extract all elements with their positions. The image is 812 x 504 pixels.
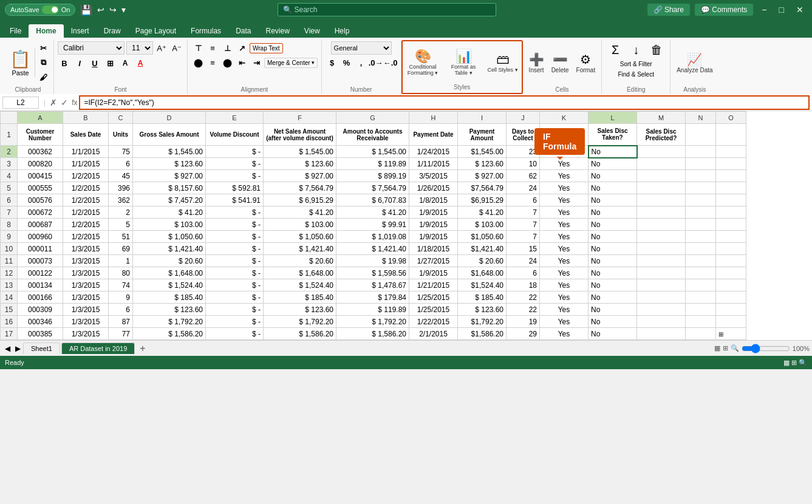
cell-r8-c1[interactable]: 1/2/2015 bbox=[63, 219, 109, 231]
cell-r17-c12[interactable] bbox=[637, 328, 686, 340]
cell-r14-c11[interactable]: No bbox=[589, 291, 637, 304]
cell-r8-c4[interactable]: $ - bbox=[206, 219, 264, 231]
font-size-select[interactable]: 11 bbox=[126, 41, 153, 55]
cell-r17-c1[interactable]: 1/3/2015 bbox=[63, 328, 109, 340]
increase-font-button[interactable]: A⁺ bbox=[155, 41, 168, 55]
cell-r10-c9[interactable]: 15 bbox=[507, 243, 540, 255]
cell-r14-c7[interactable]: 1/25/2015 bbox=[409, 291, 458, 304]
cell-r14-c5[interactable]: $ 185.40 bbox=[264, 291, 336, 304]
cell-r17-c4[interactable]: $ - bbox=[206, 328, 264, 340]
hdr-accounts-receivable[interactable]: Amount to Accounts Receivable bbox=[336, 124, 409, 146]
cell-r9-c3[interactable]: $ 1,050.60 bbox=[133, 231, 206, 243]
cell-r15-c11[interactable]: No bbox=[589, 304, 637, 316]
cell-r2-c10[interactable]: Yes bbox=[540, 146, 589, 158]
cell-r4-c0[interactable]: 000415 bbox=[18, 170, 63, 182]
cell-r8-c7[interactable]: 1/9/2015 bbox=[409, 219, 458, 231]
sort-filter-button[interactable]: Sort & Filter bbox=[618, 60, 655, 69]
formula-text[interactable]: =IF(I2=F2,"No","Yes") bbox=[84, 98, 154, 107]
cell-r8-c3[interactable]: $ 103.00 bbox=[133, 219, 206, 231]
cell-r5-c8[interactable]: $7,564.79 bbox=[458, 182, 507, 194]
clear-button[interactable]: 🗑 bbox=[647, 41, 666, 58]
cell-r7-c11[interactable]: No bbox=[589, 206, 637, 219]
format-table-button[interactable]: 📊 Format as Table ▾ bbox=[445, 47, 483, 78]
cell-r2-c0[interactable]: 000362 bbox=[18, 146, 63, 158]
cell-r13-c2[interactable]: 74 bbox=[109, 279, 133, 291]
cell-r5-c7[interactable]: 1/26/2015 bbox=[409, 182, 458, 194]
cell-r3-c4[interactable]: $ - bbox=[206, 158, 264, 170]
cell-r8-c2[interactable]: 5 bbox=[109, 219, 133, 231]
minimize-button[interactable]: − bbox=[758, 5, 770, 15]
cell-r2-c5[interactable]: $ 1,545.00 bbox=[264, 146, 336, 158]
cell-r16-c2[interactable]: 87 bbox=[109, 316, 133, 328]
hdr-gross-sales[interactable]: Gross Sales Amount bbox=[133, 124, 206, 146]
cell-r3-c3[interactable]: $ 123.60 bbox=[133, 158, 206, 170]
cell-r11-c6[interactable]: $ 19.98 bbox=[336, 255, 409, 267]
tab-view[interactable]: View bbox=[297, 24, 327, 38]
cell-extra-16-1[interactable] bbox=[716, 316, 746, 328]
cell-r15-c0[interactable]: 000309 bbox=[18, 304, 63, 316]
cell-r8-c12[interactable] bbox=[637, 219, 686, 231]
cell-extra-3-1[interactable] bbox=[716, 158, 746, 170]
cell-r3-c8[interactable]: $ 123.60 bbox=[458, 158, 507, 170]
cell-extra-15-0[interactable] bbox=[686, 304, 716, 316]
cell-r5-c11[interactable]: No bbox=[589, 182, 637, 194]
save-icon[interactable]: 💾 bbox=[80, 4, 92, 16]
cell-r7-c12[interactable] bbox=[637, 206, 686, 219]
cell-r3-c2[interactable]: 6 bbox=[109, 158, 133, 170]
cell-r16-c3[interactable]: $ 1,792.20 bbox=[133, 316, 206, 328]
cell-extra-6-0[interactable] bbox=[686, 194, 716, 206]
cell-extra-6-1[interactable] bbox=[716, 194, 746, 206]
cell-r3-c10[interactable]: Yes bbox=[540, 158, 589, 170]
cell-r5-c0[interactable]: 000555 bbox=[18, 182, 63, 194]
cell-r3-c5[interactable]: $ 123.60 bbox=[264, 158, 336, 170]
cell-r13-c11[interactable]: No bbox=[589, 279, 637, 291]
cell-r14-c9[interactable]: 22 bbox=[507, 291, 540, 304]
cell-r17-c10[interactable]: Yes bbox=[540, 328, 589, 340]
cell-r9-c11[interactable]: No bbox=[589, 231, 637, 243]
maximize-button[interactable]: □ bbox=[776, 5, 788, 15]
sheet-tab-sheet1[interactable]: Sheet1 bbox=[23, 342, 60, 354]
underline-button[interactable]: U bbox=[88, 56, 101, 70]
cell-r13-c6[interactable]: $ 1,478.67 bbox=[336, 279, 409, 291]
cell-r9-c9[interactable]: 7 bbox=[507, 231, 540, 243]
cell-r12-c10[interactable]: Yes bbox=[540, 267, 589, 279]
hdr-net-sales[interactable]: Net Sales Amount (after volume discount) bbox=[264, 124, 336, 146]
cell-r12-c4[interactable]: $ - bbox=[206, 267, 264, 279]
cell-extra-16-0[interactable] bbox=[686, 316, 716, 328]
cell-r7-c10[interactable]: Yes bbox=[540, 206, 589, 219]
share-button[interactable]: 🔗 Share bbox=[647, 4, 690, 16]
cell-r6-c10[interactable]: Yes bbox=[540, 194, 589, 206]
decrease-font-button[interactable]: A⁻ bbox=[170, 41, 183, 55]
cell-r15-c4[interactable]: $ - bbox=[206, 304, 264, 316]
cell-r13-c1[interactable]: 1/3/2015 bbox=[63, 279, 109, 291]
cell-r6-c2[interactable]: 362 bbox=[109, 194, 133, 206]
font-color-button[interactable]: A bbox=[134, 56, 147, 70]
cell-extra-8-0[interactable] bbox=[686, 219, 716, 231]
cell-extra-5-1[interactable] bbox=[716, 182, 746, 194]
cell-r17-c6[interactable]: $ 1,586.20 bbox=[336, 328, 409, 340]
cell-extra-2-0[interactable] bbox=[686, 146, 716, 158]
tab-page-layout[interactable]: Page Layout bbox=[128, 24, 183, 38]
cell-r13-c9[interactable]: 18 bbox=[507, 279, 540, 291]
cell-r9-c12[interactable] bbox=[637, 231, 686, 243]
cell-r3-c12[interactable] bbox=[637, 158, 686, 170]
search-box[interactable]: 🔍 bbox=[278, 3, 496, 16]
cell-r14-c6[interactable]: $ 179.84 bbox=[336, 291, 409, 304]
cell-extra-10-1[interactable] bbox=[716, 243, 746, 255]
format-painter-button[interactable]: 🖌 bbox=[36, 70, 50, 84]
cell-r7-c0[interactable]: 000672 bbox=[18, 206, 63, 219]
comments-button[interactable]: 💬 Comments bbox=[695, 4, 753, 16]
hdr-sales-date[interactable]: Sales Date bbox=[63, 124, 109, 146]
cell-r8-c0[interactable]: 000687 bbox=[18, 219, 63, 231]
cell-r10-c4[interactable]: $ - bbox=[206, 243, 264, 255]
cell-r6-c11[interactable]: No bbox=[589, 194, 637, 206]
cell-extra-4-1[interactable] bbox=[716, 170, 746, 182]
redo-icon[interactable]: ↪ bbox=[109, 5, 117, 15]
cell-r14-c0[interactable]: 000166 bbox=[18, 291, 63, 304]
cell-r2-c12[interactable] bbox=[637, 146, 686, 158]
border-button[interactable]: ⊞ bbox=[103, 56, 117, 70]
cell-r15-c12[interactable] bbox=[637, 304, 686, 316]
cell-r8-c9[interactable]: 7 bbox=[507, 219, 540, 231]
delete-button[interactable]: ➖ Delete bbox=[549, 51, 571, 75]
cell-r12-c9[interactable]: 6 bbox=[507, 267, 540, 279]
